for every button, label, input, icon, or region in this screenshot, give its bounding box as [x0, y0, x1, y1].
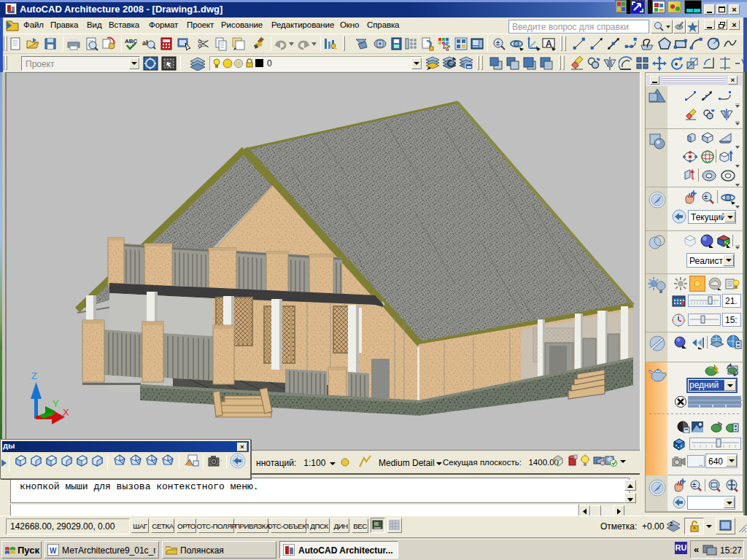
svg-text:A: A — [546, 39, 552, 49]
svg-text:±: ± — [692, 481, 696, 489]
svg-text:±: ± — [704, 193, 708, 201]
svg-text:Z: Z — [31, 370, 37, 381]
svg-text:Y: Y — [53, 398, 59, 409]
svg-text:±: ± — [496, 39, 500, 47]
svg-text:z: z — [670, 520, 673, 527]
svg-text:X: X — [63, 407, 69, 418]
svg-text:+: + — [692, 176, 695, 182]
